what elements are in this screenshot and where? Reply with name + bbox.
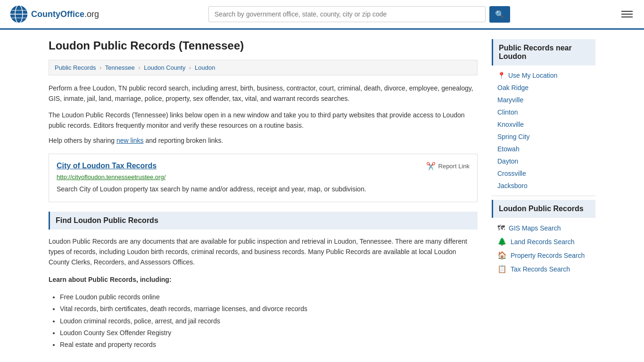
sidebar-location-spring-city: Spring City (492, 131, 595, 143)
sidebar-location-maryville: Maryville (492, 94, 595, 106)
maryville-link[interactable]: Maryville (497, 96, 523, 104)
list-item: Vital records, birth certificates, death… (60, 303, 478, 315)
land-records-search-item: 🌲 Land Records Search (492, 235, 595, 248)
content-area: Loudon Public Records (Tennessee) Public… (49, 39, 478, 360)
disclaimer-text: The Loudon Public Records (Tennessee) li… (49, 110, 478, 131)
land-records-search-link[interactable]: Land Records Search (511, 238, 574, 246)
breadcrumb-link-tennessee[interactable]: Tennessee (105, 64, 135, 71)
crossville-link[interactable]: Crossville (497, 170, 526, 177)
records-section-title: Loudon Public Records (492, 200, 595, 218)
new-links-link[interactable]: new links (116, 137, 144, 144)
record-card-title[interactable]: City of Loudon Tax Records (57, 162, 157, 170)
report-link-button[interactable]: ✂️ Report Link (426, 162, 470, 171)
property-records-search-link[interactable]: Property Records Search (511, 252, 585, 259)
sidebar-divider (492, 196, 595, 196)
logo-text: CountyOffice.org (31, 9, 99, 19)
intro-text: Perform a free Loudon, TN public record … (49, 83, 478, 104)
list-item: Loudon criminal records, police, arrest,… (60, 315, 478, 327)
sidebar-location-etowah: Etowah (492, 143, 595, 155)
hamburger-icon (621, 16, 633, 17)
jacksboro-link[interactable]: Jacksboro (497, 182, 528, 189)
search-icon: 🔍 (495, 10, 504, 18)
breadcrumb: Public Records › Tennessee › Loudon Coun… (49, 60, 478, 75)
use-my-location-link[interactable]: Use My Location (508, 72, 557, 79)
dayton-link[interactable]: Dayton (497, 157, 518, 165)
gis-maps-search-item: 🗺 GIS Maps Search (492, 222, 595, 235)
report-icon: ✂️ (426, 162, 436, 171)
sidebar-location-clinton: Clinton (492, 106, 595, 118)
menu-button[interactable] (619, 9, 635, 19)
breadcrumb-link-public-records[interactable]: Public Records (55, 64, 96, 71)
property-records-search-item: 🏠 Property Records Search (492, 248, 595, 262)
search-input[interactable] (208, 6, 486, 22)
logo-icon (9, 5, 28, 24)
breadcrumb-link-loudon-county[interactable]: Loudon County (144, 64, 185, 71)
tax-records-search-item: 📋 Tax Records Search (492, 262, 595, 276)
gis-maps-icon: 🗺 (497, 224, 505, 232)
find-section-paragraph: Loudon Public Records are any documents … (49, 236, 478, 268)
share-text: Help others by sharing new links and rep… (49, 137, 478, 144)
sidebar-location-oak-ridge: Oak Ridge (492, 82, 595, 94)
sidebar-location-knoxville: Knoxville (492, 118, 595, 131)
learn-heading: Learn about Public Records, including: (49, 274, 478, 285)
find-section-heading: Find Loudon Public Records (49, 212, 478, 230)
tax-records-icon: 📋 (497, 264, 507, 273)
sidebar-location-dayton: Dayton (492, 155, 595, 167)
use-location-item[interactable]: 📍 Use My Location (492, 69, 595, 82)
record-card-header: City of Loudon Tax Records ✂️ Report Lin… (57, 162, 470, 171)
etowah-link[interactable]: Etowah (497, 145, 520, 153)
list-item: Free Loudon public records online (60, 291, 478, 303)
search-button[interactable]: 🔍 (489, 6, 510, 23)
list-item: Loudon County Sex Offender Registry (60, 327, 478, 339)
record-card-desc: Search City of Loudon property tax searc… (57, 184, 470, 194)
site-header: CountyOffice.org 🔍 (0, 0, 644, 30)
learn-list: Free Loudon public records online Vital … (49, 291, 478, 351)
location-pin-icon: 📍 (497, 72, 505, 79)
gis-maps-search-link[interactable]: GIS Maps Search (509, 224, 561, 232)
hamburger-icon (621, 11, 633, 12)
record-card-url[interactable]: http://cityofloudon.tennesseetrustee.org… (57, 173, 470, 181)
spring-city-link[interactable]: Spring City (497, 133, 529, 140)
search-area: 🔍 (208, 6, 510, 23)
page-title: Loudon Public Records (Tennessee) (49, 39, 478, 52)
sidebar-location-jacksboro: Jacksboro (492, 180, 595, 192)
record-card: City of Loudon Tax Records ✂️ Report Lin… (49, 154, 478, 202)
tax-records-search-link[interactable]: Tax Records Search (511, 265, 570, 273)
hamburger-icon (621, 14, 633, 15)
find-section: Find Loudon Public Records Loudon Public… (49, 212, 478, 351)
oak-ridge-link[interactable]: Oak Ridge (497, 84, 528, 91)
land-records-icon: 🌲 (497, 237, 507, 246)
property-records-icon: 🏠 (497, 251, 507, 260)
sidebar-location-crossville: Crossville (492, 167, 595, 180)
sidebar: Public Records near Loudon 📍 Use My Loca… (492, 39, 595, 360)
knoxville-link[interactable]: Knoxville (497, 121, 524, 128)
list-item: Real estate and property records (60, 339, 478, 351)
nearby-section-title: Public Records near Loudon (492, 39, 595, 66)
breadcrumb-link-loudon[interactable]: Loudon (195, 64, 215, 71)
main-container: Loudon Public Records (Tennessee) Public… (39, 30, 605, 362)
logo-area: CountyOffice.org (9, 5, 99, 24)
clinton-link[interactable]: Clinton (497, 108, 518, 116)
